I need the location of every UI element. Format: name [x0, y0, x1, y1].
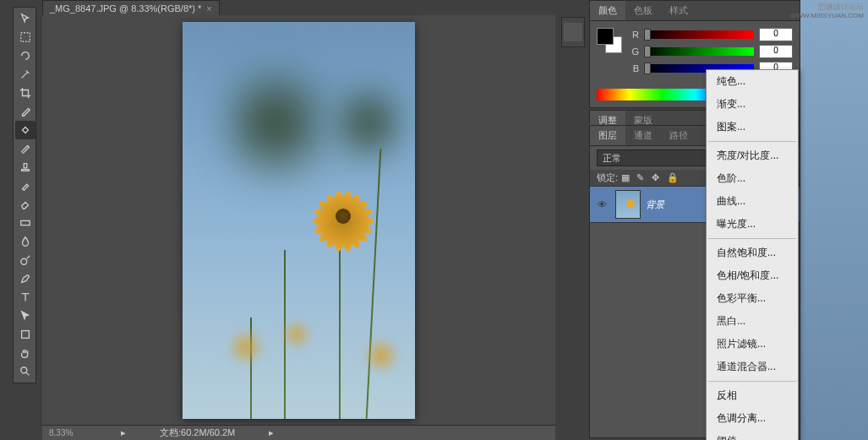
lock-move-icon[interactable]: ✥	[652, 172, 663, 184]
menu-item[interactable]: 图案...	[707, 116, 798, 139]
crop-tool[interactable]	[15, 84, 35, 102]
color-panel-tabs: 颜色 色板 样式	[590, 1, 800, 21]
menu-item[interactable]: 色调分离...	[707, 407, 798, 430]
svg-rect-0	[21, 33, 30, 42]
menu-item[interactable]: 色彩平衡...	[707, 287, 798, 310]
status-bar: ▸ 文档:60.2M/60.2M ▸	[42, 425, 555, 440]
menu-item[interactable]: 色阶...	[707, 167, 798, 190]
menu-item[interactable]: 亮度/对比度...	[707, 144, 798, 167]
shape-tool[interactable]	[15, 325, 35, 344]
g-value[interactable]: 0	[759, 45, 793, 58]
type-tool[interactable]	[15, 288, 35, 307]
lock-label: 锁定:	[597, 171, 618, 184]
tab-channels[interactable]: 通道	[625, 126, 661, 145]
tab-color[interactable]: 颜色	[590, 1, 625, 20]
menu-item[interactable]: 纯色...	[707, 70, 798, 93]
menu-item[interactable]: 通道混合器...	[707, 356, 798, 378]
tab-layers[interactable]: 图层	[590, 126, 625, 145]
lock-transparent-icon[interactable]: ▦	[621, 172, 633, 184]
zoom-input[interactable]	[49, 428, 87, 437]
menu-item[interactable]: 照片滤镜...	[707, 333, 798, 356]
document-title: _MG_8847.JPG @ 8.33%(RGB/8*) *	[50, 3, 201, 14]
layer-thumbnail[interactable]	[615, 190, 641, 219]
menu-item[interactable]: 曲线...	[707, 190, 798, 213]
menu-item[interactable]: 色相/饱和度...	[707, 264, 798, 287]
stamp-tool[interactable]	[15, 158, 35, 177]
pen-tool[interactable]	[15, 269, 35, 288]
r-label: R	[629, 30, 639, 40]
svg-point-2	[21, 258, 27, 264]
move-tool[interactable]	[15, 9, 35, 28]
r-slider[interactable]	[644, 30, 754, 39]
visibility-icon[interactable]: 👁	[593, 196, 610, 213]
canvas-area	[42, 15, 555, 425]
fg-bg-swatch[interactable]	[597, 28, 622, 53]
tab-paths[interactable]: 路径	[661, 126, 696, 145]
svg-rect-3	[22, 331, 30, 339]
eyedropper-tool[interactable]	[15, 102, 35, 121]
g-label: G	[629, 46, 639, 57]
b-label: B	[629, 63, 639, 73]
g-slider[interactable]	[644, 47, 754, 56]
menu-item[interactable]: 反相	[707, 384, 798, 407]
brush-tool[interactable]	[15, 139, 35, 158]
dodge-tool[interactable]	[15, 251, 35, 269]
tab-styles[interactable]: 样式	[661, 1, 696, 20]
lasso-tool[interactable]	[15, 46, 35, 65]
watermark-url: WWW.MISSYUAN.COM	[790, 12, 864, 19]
document-tab[interactable]: _MG_8847.JPG @ 8.33%(RGB/8*) * ×	[42, 0, 220, 17]
blur-tool[interactable]	[15, 232, 35, 251]
desktop-bg	[800, 0, 868, 440]
svg-point-4	[21, 367, 27, 373]
close-icon[interactable]: ×	[206, 3, 211, 14]
marquee-tool[interactable]	[15, 28, 35, 46]
path-select-tool[interactable]	[15, 307, 35, 325]
doc-size-label: 文档:60.2M/60.2M	[160, 426, 235, 439]
healing-tool[interactable]	[15, 121, 35, 139]
dock-icon[interactable]	[564, 23, 582, 41]
menu-item[interactable]: 阈值...	[707, 430, 798, 440]
eraser-tool[interactable]	[15, 195, 35, 214]
panel-dock	[561, 17, 585, 47]
hand-tool[interactable]	[15, 344, 35, 362]
gradient-tool[interactable]	[15, 214, 35, 232]
flower-image	[305, 178, 381, 254]
lock-all-icon[interactable]: 🔒	[667, 172, 679, 184]
menu-item[interactable]: 渐变...	[707, 93, 798, 116]
history-brush-tool[interactable]	[15, 177, 35, 195]
tools-panel	[13, 7, 36, 383]
menu-item[interactable]: 曝光度...	[707, 213, 798, 236]
svg-rect-1	[21, 220, 30, 225]
r-value[interactable]: 0	[759, 28, 793, 41]
menu-item[interactable]: 黑白...	[707, 310, 798, 333]
adjustment-context-menu: 纯色...渐变...图案...亮度/对比度...色阶...曲线...曝光度...…	[706, 69, 799, 440]
zoom-tool[interactable]	[15, 362, 35, 381]
tab-swatches[interactable]: 色板	[625, 1, 661, 20]
image-canvas[interactable]	[183, 22, 415, 419]
lock-brush-icon[interactable]: ✎	[636, 172, 648, 184]
menu-item[interactable]: 自然饱和度...	[707, 242, 798, 264]
wand-tool[interactable]	[15, 65, 35, 84]
layer-name: 背景	[646, 198, 664, 211]
